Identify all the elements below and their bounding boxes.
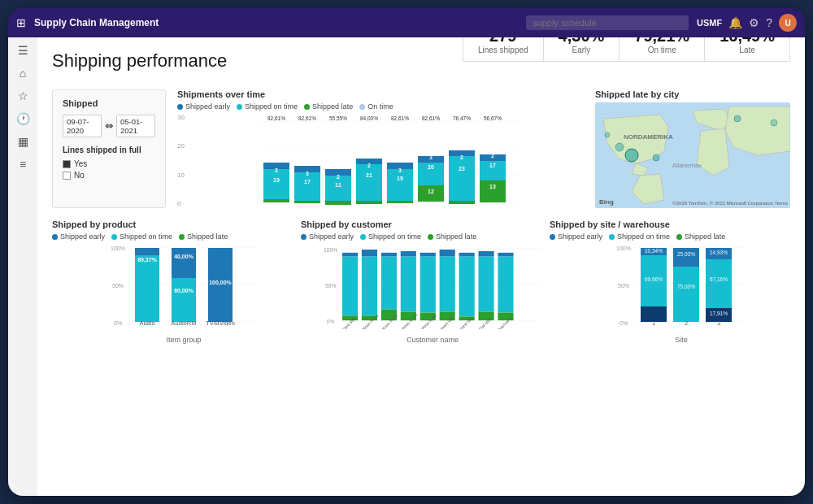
- site-chart-title: Shipped by site / warehouse: [550, 219, 790, 229]
- device-frame: ⊞ Supply Chain Management USMF 🔔 ⚙ ? U ☰…: [8, 8, 805, 496]
- yes-filter[interactable]: Yes: [63, 159, 155, 168]
- svg-text:75,00%: 75,00%: [677, 284, 695, 289]
- svg-rect-111: [459, 253, 475, 257]
- gear-icon[interactable]: ⚙: [749, 16, 759, 29]
- svg-point-62: [771, 119, 777, 126]
- legend-shipped-early: Shipped early: [177, 102, 230, 111]
- svg-rect-103: [420, 253, 436, 257]
- no-filter[interactable]: No: [63, 171, 155, 180]
- table-icon[interactable]: ▦: [18, 135, 28, 148]
- svg-text:100%: 100%: [324, 247, 337, 253]
- shipments-svg: 82,61% 3 19 82,61% 3 17: [197, 114, 584, 207]
- map-title: Shipped late by city: [595, 89, 790, 99]
- no-label: No: [74, 171, 85, 180]
- filter-date-to[interactable]: 05-01-2021: [116, 115, 155, 137]
- svg-rect-136: [673, 267, 699, 322]
- kpi-early: 4,30% Early: [544, 37, 620, 61]
- svg-text:12: 12: [428, 189, 434, 194]
- user-label: USMF: [697, 18, 722, 28]
- site-chart-area: 100% 50% 0% 10,34% 69,66%: [550, 244, 790, 344]
- svg-text:10,34%: 10,34%: [645, 248, 663, 254]
- svg-rect-24: [356, 201, 382, 204]
- svg-text:3: 3: [717, 319, 720, 327]
- customer-legend-late: Shipped late: [428, 232, 476, 241]
- star-icon[interactable]: ☆: [18, 89, 28, 102]
- home-icon[interactable]: ⌂: [20, 67, 26, 80]
- product-chart-area: 100% 50% 0% 89,37% Audio: [52, 244, 293, 344]
- product-chart-title: Shipped by product: [52, 219, 293, 229]
- svg-rect-43: [449, 201, 475, 204]
- legend-shipped-ontime: Shipped on time: [237, 102, 298, 111]
- yes-swatch: [63, 160, 71, 168]
- content-area: Shipping performance 279 Lines shipped 4…: [37, 37, 805, 496]
- svg-text:2: 2: [460, 154, 463, 160]
- product-chart: Shipped by product Shipped early Shipped…: [52, 219, 293, 344]
- product-legend-early: Shipped early: [52, 232, 105, 241]
- shipments-legend: Shipped early Shipped on time Shipped la…: [177, 102, 584, 111]
- svg-text:NORDAMERIKA: NORDAMERIKA: [624, 133, 673, 141]
- svg-text:0%: 0%: [620, 320, 628, 326]
- site-early-dot: [550, 234, 555, 240]
- svg-rect-87: [342, 253, 358, 257]
- filter-date-from[interactable]: 09-07-2020: [63, 115, 102, 137]
- app-title: Supply Chain Management: [34, 17, 526, 28]
- svg-rect-108: [440, 257, 455, 312]
- filter-panel: Shipped 09-07-2020 ⇔ 05-01-2021 Lines sh…: [52, 89, 166, 208]
- svg-rect-41: [449, 156, 475, 201]
- site-legend-ontime: Shipped on time: [609, 232, 670, 241]
- site-xlabel: Site: [572, 336, 790, 344]
- svg-rect-4: [263, 169, 289, 202]
- svg-point-58: [615, 143, 624, 151]
- top-bar-right: USMF 🔔 ⚙ ? U: [697, 14, 797, 32]
- svg-point-57: [625, 149, 638, 162]
- svg-text:Atlanterhav: Atlanterhav: [672, 163, 702, 168]
- product-late-dot: [179, 234, 185, 240]
- svg-text:82,61%: 82,61%: [422, 115, 440, 121]
- site-legend: Shipped early Shipped on time Shipped la…: [550, 232, 790, 241]
- svg-rect-10: [294, 172, 320, 202]
- svg-text:82,61%: 82,61%: [298, 115, 316, 121]
- svg-text:17: 17: [489, 163, 496, 168]
- shipments-yaxis: 3020100: [177, 114, 185, 207]
- svg-text:11: 11: [335, 182, 341, 188]
- legend-ontime: On time: [359, 102, 393, 111]
- site-legend-early: Shipped early: [550, 232, 602, 241]
- map-container[interactable]: NORDAMERIKA Atlanterhav Bing: [595, 102, 790, 208]
- svg-rect-73: [172, 248, 196, 278]
- customer-legend-early: Shipped early: [301, 232, 354, 241]
- shipments-chart-title: Shipments over time: [177, 89, 584, 99]
- svg-text:3: 3: [398, 167, 402, 173]
- page-title: Shipping performance: [52, 50, 227, 72]
- svg-rect-141: [706, 259, 732, 308]
- avatar[interactable]: U: [779, 14, 797, 32]
- customer-legend: Shipped early Shipped on time Shipped la…: [301, 232, 541, 241]
- customer-chart-title: Shipped by customer: [301, 219, 541, 229]
- svg-text:82,61%: 82,61%: [391, 115, 409, 121]
- filter-date-row: 09-07-2020 ⇔ 05-01-2021: [63, 115, 155, 137]
- site-chart: Shipped by site / warehouse Shipped earl…: [550, 219, 790, 344]
- clock-icon[interactable]: 🕐: [16, 112, 30, 125]
- help-icon[interactable]: ?: [766, 16, 772, 29]
- product-legend-late: Shipped late: [179, 232, 228, 241]
- svg-text:0%: 0%: [327, 319, 335, 324]
- svg-text:19: 19: [273, 177, 280, 183]
- grid-icon[interactable]: ⊞: [16, 16, 26, 29]
- svg-text:67,16%: 67,16%: [710, 276, 728, 282]
- svg-text:3: 3: [306, 171, 309, 176]
- svg-text:100%: 100%: [616, 245, 631, 251]
- svg-rect-116: [478, 257, 493, 312]
- hamburger-icon[interactable]: ☰: [18, 44, 28, 57]
- yes-label: Yes: [74, 159, 87, 168]
- search-input[interactable]: [526, 15, 689, 30]
- svg-text:100%: 100%: [111, 245, 125, 251]
- dashboard-row-1: Shipped 09-07-2020 ⇔ 05-01-2021 Lines sh…: [52, 89, 790, 208]
- svg-rect-70: [135, 255, 159, 322]
- svg-rect-74: [172, 278, 196, 322]
- svg-text:50%: 50%: [618, 283, 629, 289]
- bing-logo: Bing: [599, 198, 614, 206]
- bell-icon[interactable]: 🔔: [728, 16, 742, 29]
- list-icon[interactable]: ≡: [20, 158, 26, 171]
- product-xlabel: Item group: [75, 336, 293, 344]
- svg-text:2: 2: [685, 319, 688, 327]
- svg-rect-99: [401, 251, 416, 257]
